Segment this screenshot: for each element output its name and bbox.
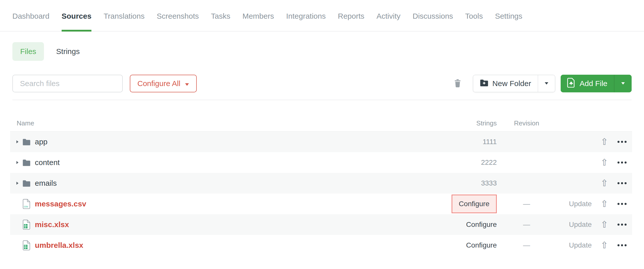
table-row-folder-app: app 1111 ⇧ [10, 131, 632, 152]
configure-all-button[interactable]: Configure All [130, 75, 197, 92]
configure-all-label: Configure All [137, 79, 180, 88]
row-actions-menu[interactable] [612, 243, 632, 248]
add-file-dropdown-toggle[interactable] [614, 75, 632, 92]
table-row-folder-content: content 2222 ⇧ [10, 152, 632, 173]
folder-icon [22, 180, 31, 187]
expand-caret-icon[interactable] [16, 140, 22, 144]
nav-tab-tasks[interactable]: Tasks [211, 11, 230, 31]
table-row-file-misc-xlsx: misc.xlsx Configure — Update ⇧ [10, 214, 632, 235]
expand-caret-icon[interactable] [16, 160, 22, 165]
table-row-file-umbrella-xlsx: umbrella.xlsx Configure — Update ⇧ [10, 235, 632, 256]
ellipsis-icon [617, 181, 627, 185]
view-tabs: Files Strings [12, 42, 644, 61]
configure-link[interactable]: Configure [466, 221, 497, 229]
configure-link-highlighted[interactable]: Configure [452, 195, 497, 213]
column-header-revision: Revision [505, 119, 548, 127]
new-folder-dropdown-toggle[interactable] [538, 75, 555, 92]
ellipsis-icon [617, 140, 627, 144]
update-link[interactable]: Update [569, 221, 592, 229]
xlsx-file-icon [22, 220, 31, 230]
trash-icon [454, 79, 461, 88]
folder-plus-icon [480, 79, 488, 88]
revision-value: — [523, 221, 530, 229]
xlsx-file-icon [22, 240, 31, 250]
table-body: app 1111 ⇧ content 222 [10, 131, 632, 256]
nav-tab-sources[interactable]: Sources [62, 11, 91, 31]
files-table: Name Strings Revision app 1111 ⇧ [10, 100, 632, 256]
strings-count: 2222 [481, 158, 497, 167]
column-header-strings: Strings [443, 119, 505, 127]
folder-name[interactable]: app [35, 138, 47, 146]
row-actions-menu[interactable] [612, 222, 632, 227]
strings-count: 1111 [483, 138, 497, 146]
csv-file-icon: csv [22, 199, 31, 209]
strings-count: 3333 [481, 179, 497, 187]
upload-icon[interactable]: ⇧ [601, 199, 608, 208]
configure-link[interactable]: Configure [466, 241, 497, 249]
tab-strings[interactable]: Strings [56, 42, 80, 61]
nav-tab-members[interactable]: Members [242, 11, 274, 31]
nav-tab-reports[interactable]: Reports [338, 11, 364, 31]
nav-tab-translations[interactable]: Translations [104, 11, 144, 31]
ellipsis-icon [617, 160, 627, 165]
upload-icon[interactable]: ⇧ [601, 220, 608, 229]
row-actions-menu[interactable] [612, 160, 632, 165]
table-row-folder-emails: emails 3333 ⇧ [10, 173, 632, 194]
row-actions-menu[interactable] [612, 181, 632, 185]
nav-tab-settings[interactable]: Settings [495, 11, 522, 31]
file-name[interactable]: misc.xlsx [35, 220, 69, 229]
upload-icon[interactable]: ⇧ [601, 158, 608, 167]
revision-value: — [523, 241, 530, 249]
upload-icon[interactable]: ⇧ [601, 179, 608, 188]
top-navigation: Dashboard Sources Translations Screensho… [0, 0, 644, 32]
new-folder-label: New Folder [492, 79, 531, 88]
add-file-split-button: Add File [561, 75, 632, 92]
chevron-down-icon [544, 82, 549, 86]
file-name[interactable]: umbrella.xlsx [35, 241, 83, 250]
ellipsis-icon [617, 202, 627, 206]
chevron-down-icon [621, 82, 625, 86]
folder-icon [22, 159, 31, 166]
table-header: Name Strings Revision [10, 100, 632, 131]
add-file-label: Add File [580, 79, 607, 88]
table-row-file-messages-csv: csv messages.csv Configure — Update ⇧ [10, 194, 632, 214]
toolbar-right-group: New Folder Add File [454, 75, 632, 92]
svg-text:csv: csv [24, 205, 28, 208]
new-folder-split-button: New Folder [473, 75, 555, 92]
nav-tab-tools[interactable]: Tools [465, 11, 483, 31]
delete-button[interactable] [454, 79, 461, 88]
nav-tab-integrations[interactable]: Integrations [286, 11, 326, 31]
folder-icon [22, 139, 31, 145]
ellipsis-icon [617, 222, 627, 227]
search-input[interactable] [12, 75, 123, 92]
add-file-button[interactable]: Add File [561, 75, 614, 92]
nav-tab-screenshots[interactable]: Screenshots [157, 11, 199, 31]
row-actions-menu[interactable] [612, 202, 632, 206]
new-folder-button[interactable]: New Folder [473, 75, 538, 92]
nav-tab-activity[interactable]: Activity [377, 11, 401, 31]
folder-name[interactable]: emails [35, 179, 57, 187]
chevron-down-icon [185, 79, 189, 88]
upload-icon[interactable]: ⇧ [601, 137, 608, 146]
nav-tab-dashboard[interactable]: Dashboard [12, 11, 49, 31]
ellipsis-icon [617, 243, 627, 248]
folder-name[interactable]: content [35, 158, 60, 167]
update-link[interactable]: Update [569, 200, 592, 208]
upload-icon[interactable]: ⇧ [601, 241, 608, 250]
tab-files[interactable]: Files [12, 42, 44, 61]
files-toolbar: Configure All [12, 75, 632, 100]
row-actions-menu[interactable] [612, 140, 632, 144]
file-name[interactable]: messages.csv [35, 200, 86, 208]
revision-value: — [523, 200, 530, 208]
expand-caret-icon[interactable] [16, 181, 22, 185]
file-upload-icon [567, 78, 575, 89]
update-link[interactable]: Update [569, 241, 592, 249]
nav-tab-discussions[interactable]: Discussions [413, 11, 453, 31]
column-header-name: Name [10, 119, 443, 127]
